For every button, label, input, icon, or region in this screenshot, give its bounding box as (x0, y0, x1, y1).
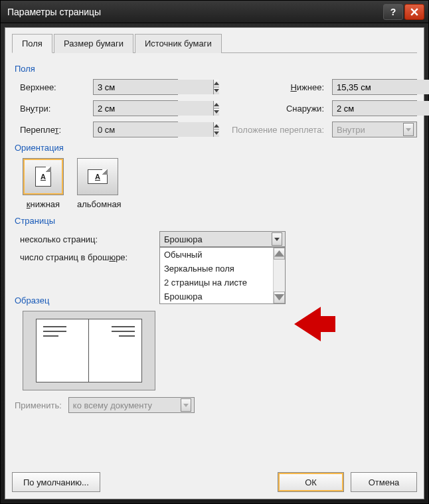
spin-gutter[interactable] (93, 122, 178, 137)
combo-multi-pages[interactable]: Брошюра (159, 231, 286, 247)
section-pages: Страницы (15, 216, 417, 226)
combo-gutter-pos-btn (403, 123, 414, 136)
preview-line (119, 335, 135, 337)
combo-multi-pages-wrap: Брошюра Обычный Зеркальные поля 2 страни… (159, 231, 286, 247)
tab-content: Поля Верхнее: Нижнее: (12, 53, 417, 463)
dropdown-item[interactable]: 2 страницы на листе (160, 276, 273, 290)
scroll-down[interactable] (274, 292, 285, 303)
spin-inside[interactable] (93, 100, 178, 116)
portrait-page-icon: A (35, 167, 51, 187)
orientation-group: A книжная A альбомная (23, 158, 417, 209)
input-top[interactable] (94, 80, 213, 94)
close-button[interactable] (404, 4, 424, 20)
dialog-window: Параметры страницы ? Поля Размер бумаги … (0, 0, 429, 504)
default-button[interactable]: По умолчанию... (12, 472, 100, 492)
preview-sheet-left (36, 319, 89, 382)
landscape-label: альбомная (77, 199, 122, 209)
orientation-portrait[interactable]: A книжная (23, 158, 64, 209)
spin-top-down[interactable] (214, 88, 219, 95)
svg-marker-0 (294, 307, 335, 341)
dropdown-items: Обычный Зеркальные поля 2 страницы на ли… (160, 248, 273, 303)
label-inside: Внутри: (20, 104, 93, 114)
combo-multi-pages-btn[interactable] (272, 232, 282, 246)
combo-apply-btn (181, 398, 191, 412)
input-gutter[interactable] (94, 122, 213, 137)
tab-paper-size[interactable]: Размер бумаги (54, 34, 133, 53)
client-area: Поля Размер бумаги Источник бумаги Поля … (5, 27, 424, 499)
chevron-up-icon (274, 250, 284, 256)
fold-icon (46, 167, 51, 172)
spin-inside-up[interactable] (214, 101, 219, 109)
combo-gutter-pos: Внутри (332, 122, 417, 137)
letter-a-icon: A (41, 173, 46, 181)
chevron-down-icon (274, 294, 284, 300)
preview-line (43, 335, 58, 337)
preview-line (43, 326, 66, 327)
label-outside: Снаружи: (226, 104, 332, 114)
tabstrip: Поля Размер бумаги Источник бумаги (12, 33, 417, 53)
label-apply: Применить: (15, 400, 62, 410)
orientation-landscape[interactable]: A альбомная (77, 158, 122, 209)
preview-box (23, 311, 155, 390)
dropdown-scrollbar[interactable] (273, 248, 285, 303)
spin-inside-down[interactable] (214, 109, 219, 116)
row-gutter: Переплет: Положение переплета: Внутри (20, 122, 417, 137)
scroll-up[interactable] (274, 248, 285, 260)
tab-paper-source[interactable]: Источник бумаги (135, 34, 222, 53)
input-outside[interactable] (333, 101, 429, 116)
input-inside[interactable] (94, 101, 213, 116)
label-gutter: Переплет: (20, 125, 93, 135)
label-top: Верхнее: (20, 82, 93, 92)
dropdown-item[interactable]: Обычный (160, 248, 273, 262)
preview-line (43, 331, 66, 332)
dialog-title: Параметры страницы (7, 7, 382, 17)
dialog-buttons: По умолчанию... ОК Отмена (12, 472, 417, 492)
preview-line (112, 331, 135, 332)
section-fields: Поля (15, 64, 417, 74)
ok-button[interactable]: ОК (278, 472, 344, 492)
row-top-bottom: Верхнее: Нижнее: (20, 79, 417, 95)
preview-sheet-right (89, 319, 142, 382)
dropdown-item[interactable]: Зеркальные поля (160, 262, 273, 276)
row-inside-outside: Внутри: Снаружи: (20, 100, 417, 116)
spin-top-buttons (213, 80, 219, 94)
spin-outside[interactable] (332, 100, 417, 116)
combo-gutter-pos-text: Внутри (337, 125, 403, 135)
combo-multi-pages-text: Брошюра (164, 234, 272, 244)
help-button[interactable]: ? (383, 4, 403, 20)
spin-inside-buttons (213, 101, 219, 116)
close-icon (410, 8, 418, 16)
spin-top[interactable] (93, 79, 178, 95)
row-apply: Применить: ко всему документу (12, 397, 417, 413)
dropdown-item[interactable]: Брошюра (160, 290, 273, 303)
portrait-card: A (23, 158, 64, 195)
spin-bottom[interactable] (332, 79, 417, 95)
fold-icon (102, 169, 108, 175)
tab-fields[interactable]: Поля (12, 34, 52, 53)
spin-top-up[interactable] (214, 80, 219, 88)
letter-a-icon: A (95, 173, 100, 181)
input-bottom[interactable] (333, 80, 429, 94)
label-gutter-pos: Положение переплета: (199, 125, 332, 135)
landscape-card: A (77, 158, 118, 195)
label-bottom: Нижнее: (226, 82, 332, 92)
combo-apply-text: ко всему документу (73, 400, 181, 410)
section-orientation: Ориентация (15, 143, 417, 153)
label-sheets: число страниц в брошюре: (20, 252, 159, 262)
portrait-label: книжная (23, 199, 64, 209)
titlebar: Параметры страницы ? (1, 1, 428, 23)
combo-apply: ко всему документу (68, 397, 195, 413)
chevron-down-icon (183, 404, 189, 407)
scroll-track[interactable] (274, 260, 285, 292)
dropdown-list: Обычный Зеркальные поля 2 страницы на ли… (159, 247, 286, 304)
chevron-down-icon (274, 238, 280, 241)
cancel-button[interactable]: Отмена (351, 472, 417, 492)
landscape-page-icon: A (88, 169, 108, 184)
label-multi-pages: несколько страниц: (20, 234, 159, 244)
preview-line (112, 326, 135, 327)
row-multi-pages: несколько страниц: Брошюра Обычный Зерка… (20, 231, 417, 247)
